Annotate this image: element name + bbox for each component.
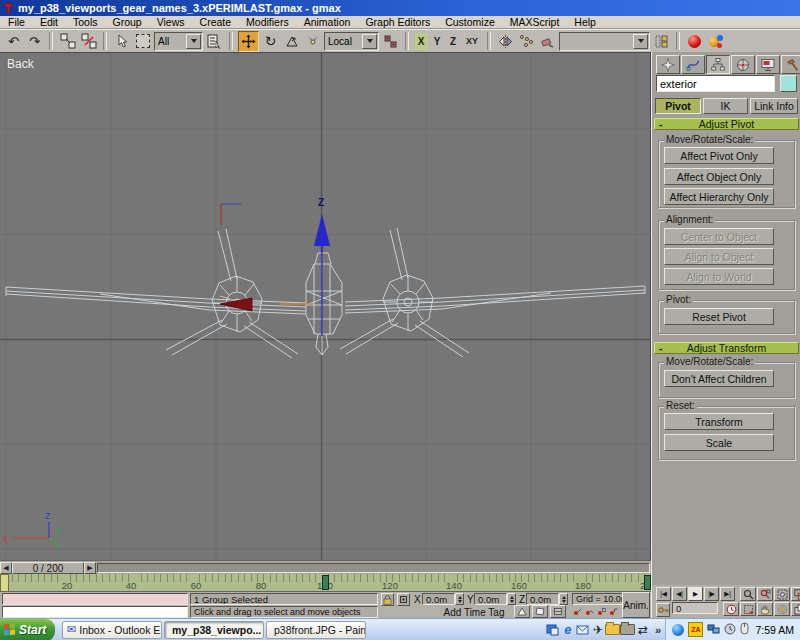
- time-slider-handle[interactable]: 0 / 200: [12, 562, 84, 574]
- update-tray-icon[interactable]: [724, 621, 736, 639]
- keyframe-marker-100[interactable]: [322, 575, 329, 590]
- track-bar[interactable]: 20 40 60 80 100 120 140 160 180 200: [0, 574, 651, 592]
- selection-lock-icon[interactable]: [381, 593, 394, 606]
- rollout-header-adjust-transform[interactable]: - Adjust Transform: [654, 342, 799, 354]
- viewport-label[interactable]: Back: [7, 57, 34, 71]
- sync-icon[interactable]: ⇄: [635, 622, 650, 638]
- arc-rotate-icon[interactable]: [774, 602, 790, 616]
- shared-folder-icon[interactable]: [620, 622, 635, 638]
- object-color-swatch[interactable]: [780, 75, 797, 92]
- network-tray-icon[interactable]: [707, 621, 720, 639]
- redo-icon[interactable]: ↷: [25, 32, 44, 51]
- coord-y-spinner[interactable]: [507, 593, 516, 605]
- set-key-mode-icon[interactable]: [514, 605, 530, 618]
- task-button-paint[interactable]: p38front.JPG - Paint: [266, 621, 366, 639]
- restrict-xy-plane-button[interactable]: XY: [462, 33, 482, 50]
- key-mode-toggle-icon[interactable]: [656, 603, 670, 617]
- menu-graph-editors[interactable]: Graph Editors: [365, 16, 430, 28]
- animate-button[interactable]: Anim.: [622, 592, 650, 618]
- collapse-icon[interactable]: -: [659, 342, 663, 354]
- zonealarm-tray-icon[interactable]: ZA: [688, 622, 703, 637]
- align-icon[interactable]: [538, 32, 557, 51]
- restrict-z-button[interactable]: Z: [446, 33, 460, 50]
- mode-button-link-info[interactable]: Link Info: [750, 98, 798, 114]
- menu-create[interactable]: Create: [200, 16, 232, 28]
- menu-group[interactable]: Group: [113, 16, 142, 28]
- title-bar[interactable]: my_p38_viewports_gear_names_3.xPERIMLAST…: [0, 0, 800, 16]
- coord-x-spinner[interactable]: [455, 593, 464, 605]
- dropdown-arrow-icon[interactable]: [186, 34, 201, 49]
- dropdown-arrow-icon[interactable]: [362, 34, 377, 49]
- play-button[interactable]: ▶: [688, 587, 703, 601]
- task-button-outlook[interactable]: ✉ Inbox - Outlook E...: [62, 621, 162, 639]
- mode-button-pivot[interactable]: Pivot: [655, 98, 701, 114]
- key-filter-rotation-icon[interactable]: [584, 606, 595, 617]
- tab-motion[interactable]: [731, 55, 755, 74]
- zoom-icon[interactable]: [740, 587, 756, 601]
- array-icon[interactable]: [517, 32, 536, 51]
- select-and-rotate-icon[interactable]: ↻: [261, 32, 280, 51]
- key-filter-scale-icon[interactable]: [596, 606, 607, 617]
- dropdown-arrow-icon[interactable]: [633, 34, 648, 49]
- keyframe-marker-200[interactable]: [644, 575, 651, 590]
- restrict-y-button[interactable]: Y: [430, 33, 444, 50]
- zoom-extents-all-icon[interactable]: [791, 587, 800, 601]
- material-editor-icon[interactable]: [685, 32, 704, 51]
- reset-pivot-button[interactable]: Reset Pivot: [664, 308, 774, 325]
- menu-maxscript[interactable]: MAXScript: [510, 16, 560, 28]
- reference-coordsys-dropdown[interactable]: Local: [324, 32, 379, 51]
- restrict-x-button[interactable]: X: [414, 33, 428, 50]
- align-to-world-button[interactable]: Align to World: [664, 268, 774, 285]
- current-frame-caret[interactable]: [0, 574, 9, 592]
- mirror-icon[interactable]: [496, 32, 515, 51]
- select-by-name-icon[interactable]: [205, 32, 224, 51]
- previous-frame-button[interactable]: ◀|: [672, 587, 687, 601]
- select-and-link-icon[interactable]: [58, 32, 77, 51]
- affect-hierarchy-only-button[interactable]: Affect Hierarchy Only: [664, 188, 774, 205]
- affect-pivot-only-button[interactable]: Affect Pivot Only: [664, 147, 774, 164]
- zoom-extents-icon[interactable]: [774, 587, 790, 601]
- unlink-selection-icon[interactable]: [79, 32, 98, 51]
- key-filter-parameter-icon[interactable]: [608, 606, 619, 617]
- folder-icon[interactable]: [605, 622, 620, 638]
- outlook-express-icon[interactable]: [575, 622, 590, 638]
- rectangular-selection-region-icon[interactable]: [133, 32, 152, 51]
- next-frame-button[interactable]: |▶: [704, 587, 719, 601]
- viewport-back[interactable]: Z Z X Y Back: [0, 52, 651, 560]
- show-desktop-icon[interactable]: [545, 622, 560, 638]
- selection-filter-dropdown[interactable]: All: [154, 32, 203, 51]
- reset-scale-button[interactable]: Scale: [664, 434, 774, 451]
- menu-views[interactable]: Views: [157, 16, 185, 28]
- mouse-tray-icon[interactable]: [740, 621, 749, 639]
- time-slider-channel[interactable]: [97, 563, 650, 573]
- select-and-move-icon[interactable]: [238, 31, 259, 52]
- tab-hierarchy[interactable]: [706, 55, 730, 74]
- undo-icon[interactable]: ↶: [4, 32, 23, 51]
- tab-utilities[interactable]: [781, 55, 800, 74]
- add-time-tag-button[interactable]: Add Time Tag: [437, 607, 511, 618]
- menu-animation[interactable]: Animation: [304, 16, 351, 28]
- coord-y-field[interactable]: [474, 593, 507, 605]
- coord-z-spinner[interactable]: [559, 593, 568, 605]
- menu-edit[interactable]: Edit: [40, 16, 58, 28]
- task-button-gmax[interactable]: my_p38_viewpo...: [164, 621, 264, 639]
- track-view-icon[interactable]: [652, 32, 671, 51]
- tab-modify[interactable]: [681, 55, 705, 74]
- select-and-manipulate-icon[interactable]: [303, 32, 322, 51]
- maxscript-listener-input[interactable]: [2, 606, 188, 618]
- menu-modifiers[interactable]: Modifiers: [246, 16, 289, 28]
- zoom-all-icon[interactable]: [757, 587, 773, 601]
- named-selection-sets-dropdown[interactable]: [559, 32, 650, 51]
- frame-next-button[interactable]: ▶: [84, 562, 96, 574]
- dont-affect-children-button[interactable]: Don't Affect Children: [664, 370, 774, 387]
- affect-object-only-button[interactable]: Affect Object Only: [664, 168, 774, 185]
- align-to-object-button[interactable]: Align to Object: [664, 248, 774, 265]
- frame-prev-button[interactable]: ◀: [0, 562, 12, 574]
- messenger-tray-icon[interactable]: [672, 624, 684, 636]
- absolute-offset-toggle-icon[interactable]: [397, 593, 410, 606]
- maxscript-listener-output[interactable]: [2, 593, 188, 605]
- start-button[interactable]: Start: [0, 619, 55, 640]
- current-frame-field[interactable]: 0: [672, 602, 718, 614]
- object-name-field[interactable]: [656, 75, 775, 92]
- render-icon[interactable]: [706, 32, 725, 51]
